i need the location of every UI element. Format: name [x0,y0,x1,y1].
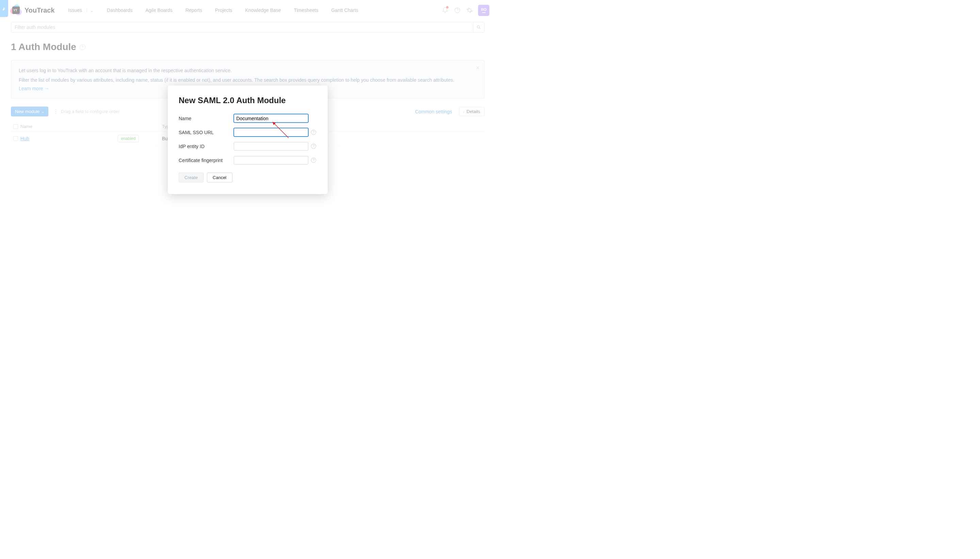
cert-help-icon[interactable]: ? [311,158,316,163]
sso-help-icon[interactable]: ? [311,130,316,135]
name-label: Name [179,116,234,121]
sso-label: SAML SSO URL [179,130,234,135]
idp-help-icon[interactable]: ? [311,144,316,149]
form-row-sso: SAML SSO URL ? [179,128,316,137]
cancel-button[interactable]: Cancel [207,173,232,182]
cert-label: Certificate fingerprint [179,158,234,163]
create-button[interactable]: Create [179,173,203,182]
cert-input[interactable] [234,156,308,164]
dialog-title: New SAML 2.0 Auth Module [179,96,316,105]
new-saml-dialog: New SAML 2.0 Auth Module Name ? SAML SSO… [168,86,328,194]
idp-input[interactable] [234,142,308,150]
name-input[interactable] [234,114,308,122]
sso-input[interactable] [234,128,308,137]
form-row-cert: Certificate fingerprint ? [179,156,316,164]
dialog-actions: Create Cancel [179,173,316,182]
form-row-idp: IdP entity ID ? [179,142,316,150]
form-row-name: Name ? [179,114,316,122]
idp-label: IdP entity ID [179,144,234,149]
